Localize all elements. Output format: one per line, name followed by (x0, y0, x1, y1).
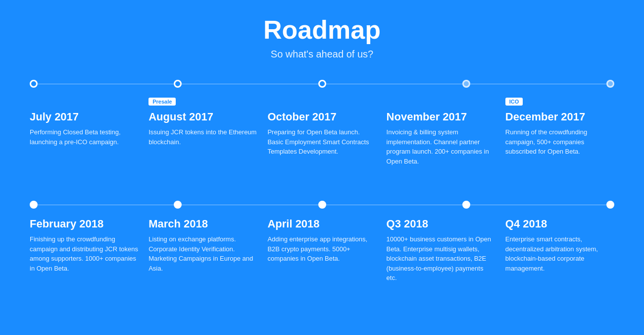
presale-badge: Presale (149, 98, 176, 106)
segment-1-1 (30, 80, 174, 88)
timeline-month-1-3: October 2017 (267, 111, 376, 123)
timeline-col-2-2: March 2018 Listing on exchange platforms… (149, 218, 267, 283)
timeline-desc-2-3: Adding enterprise app integrations, B2B … (267, 234, 376, 264)
badge-area-1-5: ICO (505, 97, 614, 109)
timeline-month-1-4: November 2017 (387, 111, 495, 123)
timeline-row-1: July 2017 Performing Closed Beta testing… (30, 80, 614, 166)
timeline-desc-1-4: Invoicing & billing system implementatio… (387, 127, 495, 166)
timeline-month-1-2: August 2017 (149, 111, 257, 123)
row-spacer (30, 186, 614, 201)
segment-1-3 (318, 80, 462, 88)
badge-area-1-2: Presale (149, 97, 257, 109)
timeline-col-2-3: April 2018 Adding enterprise app integra… (267, 218, 386, 283)
timeline-dot-2-5 (606, 201, 614, 209)
timeline-dot-1-1 (30, 80, 38, 88)
items-row-1: July 2017 Performing Closed Beta testing… (30, 97, 614, 166)
timeline-desc-2-4: 10000+ business customers in Open Beta. … (387, 234, 495, 283)
timeline-desc-2-2: Listing on exchange platforms. Corporate… (149, 234, 257, 273)
timeline-line-2-1 (38, 205, 174, 205)
timeline-month-1-1: July 2017 (30, 111, 139, 123)
timeline-dot-1-4 (462, 80, 470, 88)
timeline-month-2-3: April 2018 (267, 218, 376, 230)
timeline-desc-1-1: Performing Closed Beta testing, launchin… (30, 127, 139, 147)
timeline-col-1-5: ICO December 2017 Running of the crowdfu… (505, 97, 614, 166)
timeline-desc-2-5: Enterprise smart contracts, decentralize… (505, 234, 614, 273)
timeline-col-2-1: February 2018 Finishing up the crowdfund… (30, 218, 149, 283)
badge-area-1-1 (30, 97, 139, 109)
items-row-2: February 2018 Finishing up the crowdfund… (30, 218, 614, 283)
timeline-col-1-4: November 2017 Invoicing & billing system… (387, 97, 505, 166)
timeline-month-2-4: Q3 2018 (387, 218, 495, 230)
timeline-dot-2-1 (30, 201, 38, 209)
segment-2-4 (462, 201, 606, 209)
timeline-col-2-4: Q3 2018 10000+ business customers in Ope… (387, 218, 505, 283)
header: Roadmap So what's ahead of us? (30, 15, 614, 60)
timeline-line-2-2 (182, 205, 318, 205)
timeline-desc-2-1: Finishing up the crowdfunding campaign a… (30, 234, 139, 273)
segment-1-2 (174, 80, 318, 88)
timeline-month-2-2: March 2018 (149, 218, 257, 230)
timeline-row-2: February 2018 Finishing up the crowdfund… (30, 201, 614, 283)
timeline-dot-2-4 (462, 201, 470, 209)
timeline-line-1-1 (38, 84, 174, 84)
page-title: Roadmap (30, 15, 614, 45)
timeline-dot-2-3 (318, 201, 326, 209)
timeline-col-1-2: Presale August 2017 Issuing JCR tokens i… (149, 97, 267, 166)
timeline-desc-1-2: Issuing JCR tokens into the Ethereum blo… (149, 127, 257, 147)
segment-1-4 (462, 80, 606, 88)
segment-2-5 (606, 201, 614, 209)
timeline-dot-1-2 (174, 80, 182, 88)
timeline-desc-1-5: Running of the crowdfunding campaign, 50… (505, 127, 614, 157)
timeline-month-1-5: December 2017 (505, 111, 614, 123)
timeline-line-1-4 (470, 84, 606, 84)
segment-2-2 (174, 201, 318, 209)
dot-line-row-2 (30, 201, 614, 209)
page-container: Roadmap So what's ahead of us? (0, 0, 644, 323)
timeline-line-1-3 (326, 84, 462, 84)
segment-1-5 (606, 80, 614, 88)
timeline-desc-1-3: Preparing for Open Beta launch. Basic Em… (267, 127, 376, 157)
timeline-dot-1-3 (318, 80, 326, 88)
timeline-month-2-1: February 2018 (30, 218, 139, 230)
timeline-dot-1-5 (606, 80, 614, 88)
dot-line-row-1 (30, 80, 614, 88)
page-subtitle: So what's ahead of us? (30, 49, 614, 60)
timeline-dot-2-2 (174, 201, 182, 209)
timeline-line-1-2 (182, 84, 318, 84)
timeline-col-1-1: July 2017 Performing Closed Beta testing… (30, 97, 149, 166)
timeline-col-1-3: October 2017 Preparing for Open Beta lau… (267, 97, 386, 166)
timeline-line-2-4 (470, 205, 606, 205)
ico-badge: ICO (505, 98, 523, 106)
timeline-line-2-3 (326, 205, 462, 205)
segment-2-1 (30, 201, 174, 209)
badge-area-1-3 (267, 97, 376, 109)
timeline-month-2-5: Q4 2018 (505, 218, 614, 230)
segment-2-3 (318, 201, 462, 209)
badge-area-1-4 (387, 97, 495, 109)
timeline-col-2-5: Q4 2018 Enterprise smart contracts, dece… (505, 218, 614, 283)
